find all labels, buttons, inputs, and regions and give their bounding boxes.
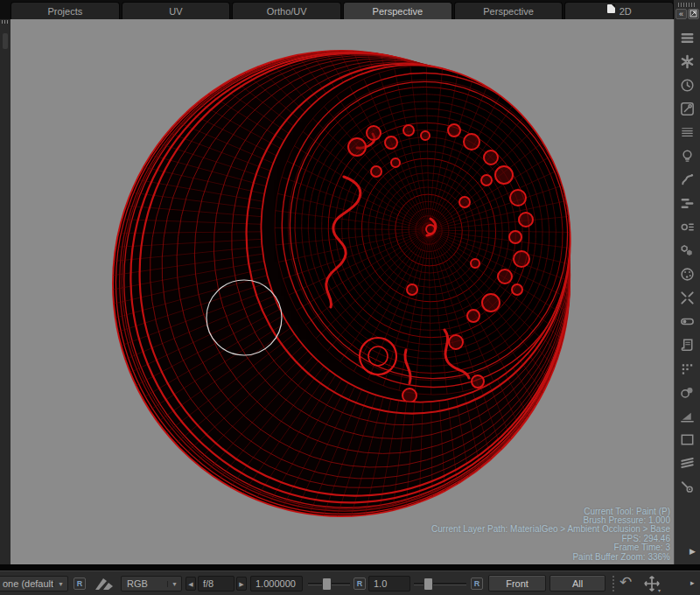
corner-arrow-icon: [690, 10, 697, 18]
reset-opacity-button[interactable]: R: [354, 578, 366, 590]
tool-properties-icon[interactable]: [678, 99, 697, 118]
shader-dropdown[interactable]: one (default) ▼: [0, 576, 68, 592]
script-icon[interactable]: [678, 335, 697, 354]
main-area: Current Tool: Paint (P) Brush Pressure: …: [0, 19, 700, 564]
palette-sidebar: ▶: [674, 19, 700, 564]
left-toolbar-strip[interactable]: [0, 19, 10, 564]
tab-label: Perspective: [483, 6, 533, 17]
fstop-field[interactable]: f/8: [198, 576, 234, 592]
slider-handle[interactable]: [424, 578, 433, 591]
radius-slider[interactable]: [414, 577, 466, 592]
tab-ortho-uv[interactable]: Ortho/UV: [232, 2, 341, 19]
color-sample-icon[interactable]: [93, 576, 116, 593]
history-clock-icon[interactable]: [678, 75, 697, 94]
layers-icon[interactable]: [678, 453, 697, 472]
palette-icon[interactable]: [678, 264, 697, 284]
tab-label: UV: [169, 6, 182, 17]
toolbar-overflow-arrow[interactable]: ▸: [690, 578, 695, 587]
paint-all-button[interactable]: All: [550, 575, 606, 592]
levels-icon[interactable]: [678, 193, 697, 213]
wrench-gear-icon[interactable]: [678, 477, 697, 496]
shader-dropdown-value: one (default): [0, 578, 53, 589]
status-paint-buffer-zoom: Paint Buffer Zoom: 336%: [431, 553, 670, 562]
sidebar-header: «: [674, 0, 700, 21]
opacity-slider[interactable]: [308, 577, 350, 592]
squiggle-icon[interactable]: [678, 170, 697, 189]
toolbar-separator: [612, 576, 614, 592]
tab-projects[interactable]: Projects: [10, 2, 120, 19]
grid-dots-icon[interactable]: [678, 359, 697, 378]
reset-shader-button[interactable]: R: [74, 578, 86, 590]
status-readout: Current Tool: Paint (P) Brush Pressure: …: [431, 508, 670, 562]
document-icon: [607, 4, 615, 13]
lightbulb-icon[interactable]: [678, 146, 697, 165]
fstop-decrease-button[interactable]: ◀: [186, 577, 196, 591]
collapse-panels-button[interactable]: «: [676, 9, 687, 19]
tab-uv[interactable]: UV: [122, 2, 231, 19]
tab-2d[interactable]: 2D: [564, 2, 674, 19]
bottom-divider: [0, 564, 700, 570]
pan-tool-icon[interactable]: ▾: [642, 574, 662, 595]
pin-panel-button[interactable]: [688, 9, 699, 19]
spheres-icon[interactable]: [678, 382, 697, 402]
ramp-icon[interactable]: [678, 406, 697, 425]
projection-front-button[interactable]: Front: [488, 575, 546, 592]
panel-handle[interactable]: [3, 33, 8, 49]
shapes-icon[interactable]: [678, 241, 697, 260]
tab-label: 2D: [620, 6, 632, 17]
undo-icon[interactable]: ↶: [620, 573, 632, 592]
opacity-field[interactable]: 1.000000: [250, 576, 303, 592]
tab-perspective-active[interactable]: Perspective: [343, 2, 452, 19]
grip-dots: [2, 20, 9, 24]
tab-label: Ortho/UV: [267, 6, 307, 17]
flower-icon[interactable]: [678, 52, 697, 71]
menu-lines-icon[interactable]: [678, 28, 697, 47]
chevron-down-icon: ▾: [658, 587, 661, 593]
bottom-toolbar: one (default) ▼ R RGB ▼ ◀ f/8 ▶ 1.000000…: [0, 570, 700, 595]
viewport-tabs: Projects UV Ortho/UV Perspective Perspec…: [10, 2, 674, 19]
gear-list-icon[interactable]: [678, 217, 697, 236]
chevron-down-icon: ▼: [167, 581, 181, 587]
toggle-icon[interactable]: [678, 312, 697, 331]
reset-radius-button[interactable]: R: [471, 578, 483, 590]
tab-label: Projects: [47, 6, 82, 17]
channel-dropdown[interactable]: RGB ▼: [121, 576, 182, 592]
grip-dots: [678, 3, 696, 7]
frame-icon[interactable]: [678, 430, 697, 449]
chevron-down-icon: ▼: [53, 581, 67, 587]
list-icon[interactable]: [678, 122, 697, 142]
tab-perspective-2[interactable]: Perspective: [454, 2, 564, 19]
3d-paint-canvas[interactable]: Current Tool: Paint (P) Brush Pressure: …: [10, 19, 674, 564]
radius-field[interactable]: 1.0: [368, 576, 410, 592]
slider-handle[interactable]: [322, 578, 332, 591]
fstop-increase-button[interactable]: ▶: [236, 577, 247, 591]
top-tab-bar: Projects UV Ortho/UV Perspective Perspec…: [0, 0, 700, 19]
channel-dropdown-value: RGB: [122, 578, 167, 589]
sidebar-overflow-arrow[interactable]: ▶: [690, 547, 696, 556]
slider-groove: [414, 583, 466, 585]
tab-label: Perspective: [373, 6, 423, 17]
expand-arrows-icon[interactable]: [678, 288, 697, 307]
